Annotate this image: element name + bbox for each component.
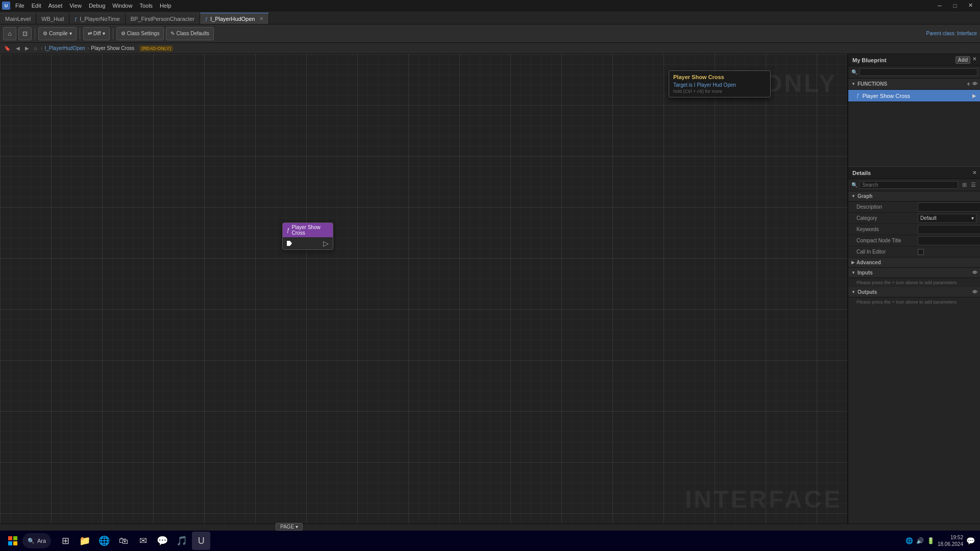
category-dropdown[interactable]: Default ▾ (918, 214, 976, 223)
close-btn[interactable]: ✕ (963, 0, 978, 11)
start-button[interactable] (5, 533, 20, 548)
notification-icon[interactable]: 💬 (966, 537, 975, 545)
readonly-badge: (READ-ONLY) (139, 45, 173, 52)
exec-pin-out[interactable]: ▷ (323, 239, 329, 247)
taskbar-spotify-icon[interactable]: 🎵 (173, 532, 191, 550)
add-btn[interactable]: Add (955, 56, 970, 64)
outputs-eye-icon[interactable]: 👁 (972, 289, 977, 295)
menu-view[interactable]: View (66, 2, 85, 10)
advanced-section-header[interactable]: ▶ Advanced (848, 258, 980, 268)
taskbar-widgets-icon[interactable]: ⊞ (56, 532, 75, 550)
tab-bp-first-person[interactable]: BP_FirstPersonCharacter (126, 13, 200, 24)
function-arrow: ▶ (972, 93, 976, 98)
node-function-icon: ƒ (287, 228, 290, 233)
compact-node-title-label: Compact Node Title (856, 238, 918, 243)
tab-wb-hud[interactable]: WB_Hud (36, 13, 69, 24)
maximize-btn[interactable]: □ (947, 0, 963, 11)
inputs-section-header[interactable]: ▼ Inputs 👁 (848, 268, 980, 278)
section-label: FUNCTIONS (857, 81, 887, 87)
breadcrumb-i-player-hud-open[interactable]: I_PlayerHudOpen (44, 45, 85, 51)
details-search-input[interactable] (860, 181, 958, 189)
taskbar-store-icon[interactable]: 🛍 (114, 532, 133, 550)
description-row: Description (848, 202, 980, 213)
compile-icon: ⚙ (43, 31, 47, 36)
diff-arrow[interactable]: ▾ (103, 31, 105, 36)
list-icon[interactable]: ☰ (969, 181, 977, 189)
outputs-section-header[interactable]: ▼ Outputs 👁 (848, 287, 980, 297)
graph-section-arrow: ▼ (851, 194, 855, 198)
sep (35, 28, 35, 39)
outputs-section-label: Outputs (857, 289, 877, 295)
tab-close-btn[interactable]: ✕ (259, 16, 263, 21)
tab-i-player-no-time[interactable]: ƒ I_PlayerNoTime (69, 13, 125, 24)
taskbar: 🔍 Ara ⊞ 📁 🌐 🛍 ✉ 💬 🎵 U 🌐 🔊 🔋 19:52 18.06.… (0, 531, 980, 551)
tab-main-level[interactable]: MainLevel (0, 13, 36, 24)
add-function-icon[interactable]: + (967, 81, 970, 88)
main-layout: READ-ONLY INTERFACE ƒ Player Show Cross … (0, 54, 980, 523)
compact-node-title-row: Compact Node Title (848, 235, 980, 246)
search-input[interactable] (860, 68, 977, 76)
nav-back-btn[interactable]: ◀ (14, 45, 21, 52)
page-btn-wrapper: PAGE ▾ (276, 523, 303, 531)
menu-edit[interactable]: Edit (29, 2, 44, 10)
diff-btn[interactable]: ⇄ Diff ▾ (83, 27, 110, 40)
compile-arrow[interactable]: ▾ (69, 31, 72, 36)
settings-icon: ⚙ (121, 31, 126, 36)
svg-rect-3 (13, 541, 17, 545)
menu-window[interactable]: Window (109, 2, 135, 10)
close-details-btn[interactable]: ✕ (972, 170, 976, 176)
graph-section-header[interactable]: ▼ Graph (848, 191, 980, 202)
compile-btn[interactable]: ⚙ Compile ▾ (38, 27, 77, 40)
nav-home-btn[interactable]: ⌂ (33, 45, 39, 52)
volume-icon[interactable]: 🔊 (916, 537, 924, 544)
canvas-grid-major (0, 54, 847, 523)
close-panel-btn[interactable]: ✕ (972, 56, 976, 64)
bp-node-player-show-cross[interactable]: ƒ Player Show Cross ▷ (282, 222, 333, 250)
eye-icon[interactable]: 👁 (972, 81, 977, 87)
description-label: Description (856, 204, 918, 210)
battery-icon[interactable]: 🔋 (927, 537, 935, 544)
canvas-area[interactable]: READ-ONLY INTERFACE ƒ Player Show Cross … (0, 54, 847, 523)
compact-node-title-input[interactable] (918, 236, 980, 245)
class-settings-btn[interactable]: ⚙ Class Settings (116, 27, 164, 40)
menu-help[interactable]: Help (157, 2, 175, 10)
description-input[interactable] (918, 203, 980, 212)
nav-forward-btn[interactable]: ▶ (23, 45, 31, 52)
keywords-input[interactable] (918, 225, 980, 234)
minimize-btn[interactable]: ─ (932, 0, 947, 11)
category-row: Category Default ▾ (848, 213, 980, 224)
taskbar-unreal-icon[interactable]: U (192, 532, 210, 550)
taskbar-explorer-icon[interactable]: 📁 (76, 532, 94, 550)
menu-file[interactable]: File (12, 2, 28, 10)
function-item-player-show-cross[interactable]: ƒ Player Show Cross ▶ (848, 90, 980, 102)
exec-pin-in[interactable] (287, 241, 292, 246)
toolbar-icon-2[interactable]: ⊡ (18, 27, 32, 40)
taskbar-search-btn[interactable]: 🔍 Ara (22, 533, 51, 548)
svg-rect-2 (8, 541, 12, 545)
tab-i-player-hud-open[interactable]: ƒ I_PlayerHudOpen ✕ (200, 13, 269, 24)
inputs-eye-icon[interactable]: 👁 (972, 270, 977, 276)
home-btn[interactable]: ⌂ (3, 27, 16, 40)
taskbar-mail-icon[interactable]: ✉ (134, 532, 152, 550)
functions-section-header[interactable]: ▼ FUNCTIONS + 👁 (848, 79, 980, 90)
search-icon: 🔍 (851, 69, 857, 75)
network-icon[interactable]: 🌐 (905, 537, 913, 544)
menu-debug[interactable]: Debug (86, 2, 108, 10)
tooltip-hint: hold (Ctrl + Alt) for more (673, 89, 766, 94)
taskbar-discord-icon[interactable]: 💬 (153, 532, 172, 550)
bookmark-icon[interactable]: 🔖 (4, 45, 10, 51)
call-in-editor-checkbox[interactable] (918, 249, 924, 255)
menu-asset[interactable]: Asset (45, 2, 66, 10)
menu-tools[interactable]: Tools (136, 2, 156, 10)
grid-icon[interactable]: ⊞ (960, 181, 968, 189)
class-defaults-btn[interactable]: ✎ Class Defaults (166, 27, 213, 40)
details-title: Details (852, 170, 871, 176)
category-value: Default (920, 215, 937, 221)
page-btn[interactable]: PAGE ▾ (276, 523, 303, 531)
taskbar-sys-icons: 🌐 🔊 🔋 (905, 537, 935, 544)
tab-label: BP_FirstPersonCharacter (131, 16, 194, 22)
details-search-bar: 🔍 ⊞ ☰ (848, 179, 980, 191)
taskbar-browser-icon[interactable]: 🌐 (95, 532, 113, 550)
taskbar-right: 🌐 🔊 🔋 19:52 18.06.2024 💬 (905, 534, 975, 547)
taskbar-clock[interactable]: 19:52 18.06.2024 (938, 534, 963, 547)
